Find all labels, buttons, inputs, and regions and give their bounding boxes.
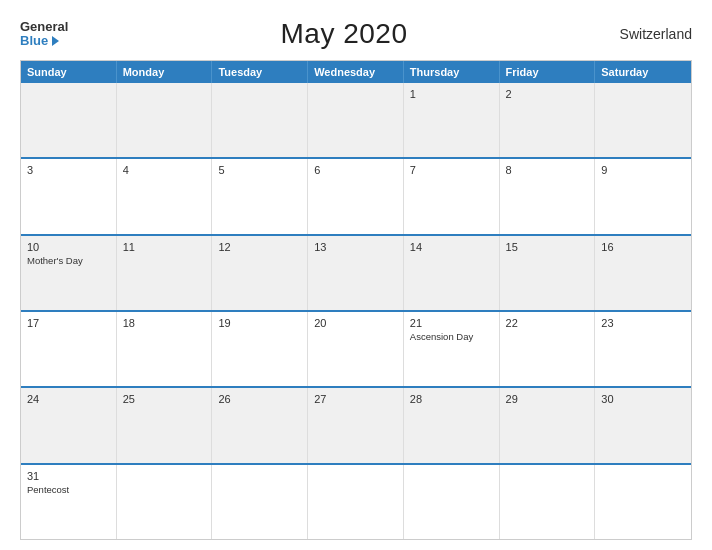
day-number: 6 bbox=[314, 164, 397, 176]
calendar-header: General Blue May 2020 Switzerland bbox=[20, 18, 692, 50]
week-row-3: 10Mother's Day111213141516 bbox=[21, 234, 691, 310]
day-cell: 29 bbox=[500, 388, 596, 462]
day-cell: 30 bbox=[595, 388, 691, 462]
day-cell: 17 bbox=[21, 312, 117, 386]
day-number: 18 bbox=[123, 317, 206, 329]
day-cell: 18 bbox=[117, 312, 213, 386]
day-cell bbox=[212, 83, 308, 157]
day-header-tuesday: Tuesday bbox=[212, 61, 308, 83]
day-number: 12 bbox=[218, 241, 301, 253]
day-cell bbox=[595, 465, 691, 539]
day-cell: 19 bbox=[212, 312, 308, 386]
day-cell bbox=[595, 83, 691, 157]
day-number: 9 bbox=[601, 164, 685, 176]
day-cell: 22 bbox=[500, 312, 596, 386]
calendar: SundayMondayTuesdayWednesdayThursdayFrid… bbox=[20, 60, 692, 540]
day-cell bbox=[212, 465, 308, 539]
day-cell: 12 bbox=[212, 236, 308, 310]
day-number: 13 bbox=[314, 241, 397, 253]
day-cell bbox=[500, 465, 596, 539]
day-cell: 15 bbox=[500, 236, 596, 310]
day-number: 3 bbox=[27, 164, 110, 176]
day-cell bbox=[308, 83, 404, 157]
day-number: 1 bbox=[410, 88, 493, 100]
day-header-sunday: Sunday bbox=[21, 61, 117, 83]
day-cell: 26 bbox=[212, 388, 308, 462]
day-number: 10 bbox=[27, 241, 110, 253]
day-cell: 28 bbox=[404, 388, 500, 462]
day-number: 20 bbox=[314, 317, 397, 329]
day-cell: 14 bbox=[404, 236, 500, 310]
day-number: 4 bbox=[123, 164, 206, 176]
day-cell: 9 bbox=[595, 159, 691, 233]
event-label: Ascension Day bbox=[410, 331, 493, 343]
day-cell bbox=[308, 465, 404, 539]
week-row-5: 24252627282930 bbox=[21, 386, 691, 462]
month-title: May 2020 bbox=[281, 18, 408, 50]
week-row-1: 12 bbox=[21, 83, 691, 157]
day-number: 17 bbox=[27, 317, 110, 329]
day-cell: 27 bbox=[308, 388, 404, 462]
day-number: 22 bbox=[506, 317, 589, 329]
day-cell: 25 bbox=[117, 388, 213, 462]
day-number: 5 bbox=[218, 164, 301, 176]
day-number: 29 bbox=[506, 393, 589, 405]
day-cell: 6 bbox=[308, 159, 404, 233]
day-number: 11 bbox=[123, 241, 206, 253]
logo-blue-text: Blue bbox=[20, 34, 68, 48]
day-number: 14 bbox=[410, 241, 493, 253]
day-cell: 4 bbox=[117, 159, 213, 233]
day-cell: 8 bbox=[500, 159, 596, 233]
day-number: 2 bbox=[506, 88, 589, 100]
day-cell: 5 bbox=[212, 159, 308, 233]
day-cell bbox=[117, 83, 213, 157]
day-cell: 31Pentecost bbox=[21, 465, 117, 539]
day-number: 26 bbox=[218, 393, 301, 405]
day-cell: 3 bbox=[21, 159, 117, 233]
day-header-wednesday: Wednesday bbox=[308, 61, 404, 83]
week-row-6: 31Pentecost bbox=[21, 463, 691, 539]
day-header-friday: Friday bbox=[500, 61, 596, 83]
day-cell: 20 bbox=[308, 312, 404, 386]
day-number: 21 bbox=[410, 317, 493, 329]
day-number: 15 bbox=[506, 241, 589, 253]
week-row-2: 3456789 bbox=[21, 157, 691, 233]
weeks-container: 12345678910Mother's Day11121314151617181… bbox=[21, 83, 691, 539]
day-number: 27 bbox=[314, 393, 397, 405]
day-header-thursday: Thursday bbox=[404, 61, 500, 83]
day-number: 30 bbox=[601, 393, 685, 405]
day-headers-row: SundayMondayTuesdayWednesdayThursdayFrid… bbox=[21, 61, 691, 83]
day-cell: 13 bbox=[308, 236, 404, 310]
logo-triangle-icon bbox=[52, 36, 59, 46]
day-number: 8 bbox=[506, 164, 589, 176]
day-cell: 16 bbox=[595, 236, 691, 310]
day-cell bbox=[117, 465, 213, 539]
logo-general-text: General bbox=[20, 20, 68, 34]
day-cell: 1 bbox=[404, 83, 500, 157]
day-header-saturday: Saturday bbox=[595, 61, 691, 83]
day-cell: 23 bbox=[595, 312, 691, 386]
day-cell: 21Ascension Day bbox=[404, 312, 500, 386]
day-number: 16 bbox=[601, 241, 685, 253]
day-number: 24 bbox=[27, 393, 110, 405]
day-cell: 10Mother's Day bbox=[21, 236, 117, 310]
logo: General Blue bbox=[20, 20, 68, 49]
country-label: Switzerland bbox=[620, 26, 692, 42]
event-label: Mother's Day bbox=[27, 255, 110, 267]
day-number: 19 bbox=[218, 317, 301, 329]
day-number: 31 bbox=[27, 470, 110, 482]
week-row-4: 1718192021Ascension Day2223 bbox=[21, 310, 691, 386]
day-header-monday: Monday bbox=[117, 61, 213, 83]
day-cell: 24 bbox=[21, 388, 117, 462]
day-number: 28 bbox=[410, 393, 493, 405]
day-number: 7 bbox=[410, 164, 493, 176]
event-label: Pentecost bbox=[27, 484, 110, 496]
day-cell bbox=[404, 465, 500, 539]
day-cell bbox=[21, 83, 117, 157]
day-cell: 7 bbox=[404, 159, 500, 233]
day-cell: 11 bbox=[117, 236, 213, 310]
day-cell: 2 bbox=[500, 83, 596, 157]
day-number: 23 bbox=[601, 317, 685, 329]
day-number: 25 bbox=[123, 393, 206, 405]
